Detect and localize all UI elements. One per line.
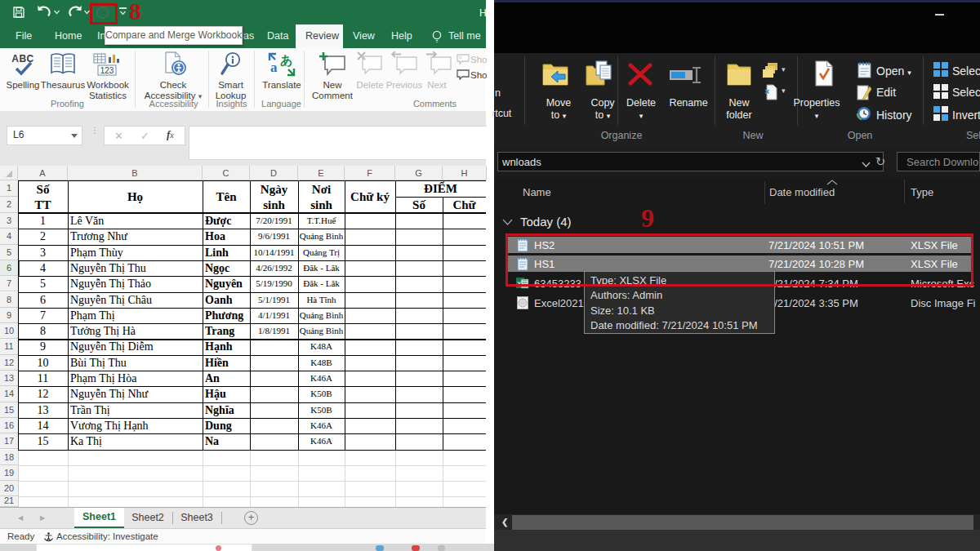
- svg-text:a: a: [270, 60, 278, 75]
- svg-text:123: 123: [100, 66, 114, 75]
- svg-text:あ: あ: [280, 53, 292, 68]
